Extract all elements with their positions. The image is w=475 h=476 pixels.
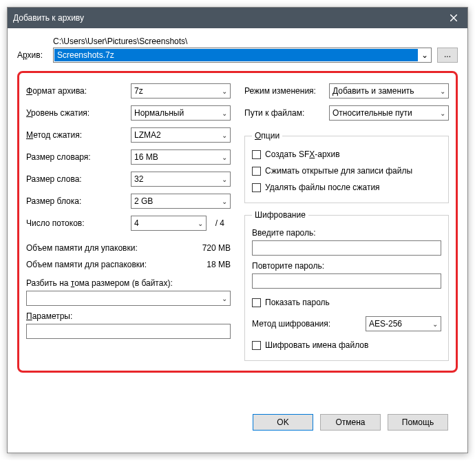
password-input[interactable]	[252, 240, 441, 256]
chevron-down-icon: ⌄	[440, 87, 445, 95]
level-label: Уровень сжатия:	[26, 108, 131, 118]
chevron-down-icon: ⌄	[419, 50, 431, 60]
browse-button[interactable]: ...	[437, 48, 458, 63]
encrypt-names-label: Шифровать имена файлов	[265, 340, 368, 350]
help-button[interactable]: Помощь	[388, 414, 448, 431]
cancel-button[interactable]: Отмена	[320, 414, 381, 431]
close-button[interactable]	[440, 8, 467, 28]
chevron-down-icon: ⌄	[432, 320, 438, 328]
update-mode-label: Режим изменения:	[244, 86, 324, 96]
path-mode-label: Пути к файлам:	[244, 108, 324, 118]
path-mode-select[interactable]: Относительные пути⌄	[329, 105, 449, 121]
window-title: Добавить к архиву	[13, 13, 440, 23]
sfx-label: Создать SFX-архив	[265, 149, 340, 159]
sfx-checkbox[interactable]	[252, 150, 261, 159]
split-label: Разбить на тома размером (в байтах):	[26, 278, 231, 288]
chevron-down-icon: ⌄	[222, 295, 227, 302]
archive-label: Архив:	[17, 50, 48, 63]
split-select[interactable]: ⌄	[26, 291, 231, 306]
mem-unpack-value: 18 MB	[207, 260, 231, 269]
block-label: Размер блока:	[26, 196, 131, 206]
encryption-group: Шифрование Введите пароль: Повторите пар…	[244, 210, 449, 361]
archive-path: C:\Users\User\Pictures\Screenshots\	[53, 37, 432, 46]
options-group: Опции Создать SFX-архив Сжимать открытые…	[244, 131, 449, 203]
mem-pack-label: Объем памяти для упаковки:	[26, 243, 202, 253]
ok-button[interactable]: OK	[253, 414, 313, 431]
chevron-down-icon: ⌄	[198, 220, 203, 227]
password-label: Введите пароль:	[252, 228, 441, 238]
method-label: Метод сжатия:	[26, 130, 131, 140]
dialog-window: Добавить к архиву Архив: C:\Users\User\P…	[7, 7, 468, 453]
params-input[interactable]	[26, 324, 231, 339]
mem-unpack-label: Объем памяти для распаковки:	[26, 260, 207, 269]
options-area: Формат архива: 7z⌄ Уровень сжатия: Норма…	[17, 71, 458, 373]
word-select[interactable]: 32⌄	[131, 172, 231, 187]
enc-method-label: Метод шифрования:	[252, 319, 360, 329]
password2-label: Повторите пароль:	[252, 261, 441, 271]
dict-select[interactable]: 16 MB⌄	[131, 149, 231, 165]
enc-method-select[interactable]: AES-256⌄	[366, 316, 441, 331]
chevron-down-icon: ⌄	[222, 87, 227, 95]
chevron-down-icon: ⌄	[222, 110, 227, 117]
word-label: Размер слова:	[26, 174, 131, 184]
block-select[interactable]: 2 GB⌄	[131, 194, 231, 209]
threads-max: / 4	[207, 218, 226, 228]
format-select[interactable]: 7z⌄	[131, 83, 231, 99]
shared-label: Сжимать открытые для записи файлы	[265, 166, 412, 176]
titlebar: Добавить к архиву	[8, 8, 467, 28]
close-icon	[450, 14, 457, 21]
show-password-checkbox[interactable]	[252, 298, 261, 307]
shared-checkbox[interactable]	[252, 167, 261, 176]
delete-label: Удалять файлы после сжатия	[265, 183, 380, 192]
chevron-down-icon: ⌄	[222, 176, 227, 183]
params-label: Параметры:	[26, 311, 231, 321]
format-label: Формат архива:	[26, 86, 131, 96]
options-legend: Опции	[252, 131, 282, 141]
method-select[interactable]: LZMA2⌄	[131, 127, 231, 143]
level-select[interactable]: Нормальный⌄	[131, 105, 231, 121]
show-password-label: Показать пароль	[265, 298, 330, 307]
archive-name-combo[interactable]: Screenshots.7z ⌄	[53, 48, 432, 63]
update-mode-select[interactable]: Добавить и заменить⌄	[329, 83, 449, 99]
chevron-down-icon: ⌄	[440, 110, 445, 117]
chevron-down-icon: ⌄	[222, 132, 227, 139]
mem-pack-value: 720 MB	[202, 243, 231, 253]
chevron-down-icon: ⌄	[222, 198, 227, 205]
threads-label: Число потоков:	[26, 218, 131, 228]
threads-select[interactable]: 4⌄	[131, 216, 207, 231]
password2-input[interactable]	[252, 273, 441, 289]
chevron-down-icon: ⌄	[222, 154, 227, 161]
encryption-legend: Шифрование	[252, 210, 308, 220]
dict-label: Размер словаря:	[26, 152, 131, 162]
archive-name-value: Screenshots.7z	[54, 49, 418, 61]
delete-checkbox[interactable]	[252, 183, 261, 192]
encrypt-names-checkbox[interactable]	[252, 341, 261, 350]
